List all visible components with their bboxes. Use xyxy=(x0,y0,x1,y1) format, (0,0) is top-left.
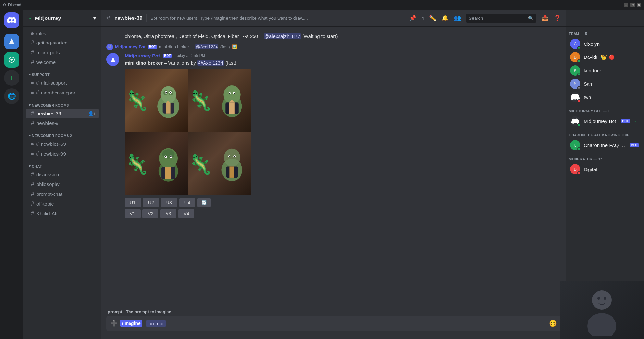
bot-header-badge: BOT xyxy=(148,45,157,49)
content-mention[interactable]: @Axel1234 xyxy=(197,60,224,66)
bot-header-command: mini dino broker xyxy=(159,44,189,49)
channel-item-member-support[interactable]: # member-support xyxy=(26,88,99,97)
category-label: NEWCOMER ROOMS 2 xyxy=(32,134,72,138)
status-dot-kendrick xyxy=(577,73,581,76)
server-icon-openai[interactable] xyxy=(4,52,19,68)
minimize-button[interactable]: ─ xyxy=(624,3,628,7)
message-group-bot: Midjourney Bot BOT Today at 2:55 PM mini… xyxy=(101,52,566,220)
image-grid[interactable] xyxy=(125,69,251,195)
v4-button[interactable]: V4 xyxy=(178,209,194,218)
v1-button[interactable]: V1 xyxy=(125,209,141,218)
category-chat[interactable]: ▾ CHAT xyxy=(23,159,101,170)
u2-button[interactable]: U2 xyxy=(143,198,159,207)
help-icon[interactable]: ❓ xyxy=(554,15,561,22)
message-input-box[interactable]: ➕ /imagine prompt 😊 xyxy=(106,316,561,331)
svg-point-32 xyxy=(224,149,240,167)
channel-name: micro-polls xyxy=(36,50,96,55)
image-cell-1[interactable] xyxy=(125,69,188,132)
titlebar-controls[interactable]: ─ □ ✕ xyxy=(624,3,641,7)
slash-command[interactable]: /imagine xyxy=(120,320,142,327)
member-sam[interactable]: S Sam xyxy=(567,77,643,90)
member-avatar-kendrick: K xyxy=(570,65,580,76)
status-dot-twn xyxy=(577,99,581,103)
channel-name: newbies-39 xyxy=(36,111,86,116)
image-cell-4[interactable] xyxy=(188,132,251,195)
channel-item-rules[interactable]: rules xyxy=(26,30,99,38)
u4-button[interactable]: U4 xyxy=(179,198,195,207)
u3-button[interactable]: U3 xyxy=(161,198,177,207)
bullet-icon xyxy=(31,92,34,94)
member-davidh[interactable]: D DavidH 👑 🔴 xyxy=(567,51,643,64)
u1-button[interactable]: U1 xyxy=(125,198,141,207)
channel-item-trial-support[interactable]: # trial-support xyxy=(26,78,99,88)
close-button[interactable]: ✕ xyxy=(637,3,641,7)
v2-button[interactable]: V2 xyxy=(142,209,158,218)
bot-username[interactable]: Midjourney Bot xyxy=(125,53,160,58)
waiting-status: (Waiting to start) xyxy=(302,33,338,39)
channel-name: off-topic xyxy=(36,201,96,207)
image-cell-2[interactable] xyxy=(188,69,251,132)
channel-item-newbies-9[interactable]: # newbies-9 xyxy=(26,119,99,128)
image-cell-3[interactable] xyxy=(125,132,188,195)
hash-icon: # xyxy=(31,210,34,217)
category-newcomer-rooms-2[interactable]: ▸ NEWCOMER ROOMS 2 xyxy=(23,128,101,139)
bot-mini-avatar: M xyxy=(106,44,113,50)
midjourney-bot-category: MIDJOURNEY BOT — 1 xyxy=(566,104,644,114)
text-cursor xyxy=(167,320,167,326)
plus-icon[interactable]: ➕ xyxy=(110,320,118,327)
channel-item-philosophy[interactable]: # philosophy xyxy=(26,180,99,189)
category-newcomer-rooms[interactable]: ▾ NEWCOMER ROOMS xyxy=(23,98,101,108)
server-icon-sail[interactable] xyxy=(4,34,19,49)
refresh-button[interactable]: 🔄 xyxy=(197,198,211,207)
pin-icon[interactable]: 📌 xyxy=(409,15,416,22)
member-cixelyn[interactable]: C Cixelyn xyxy=(567,37,643,50)
channel-item-newbies-39[interactable]: # newbies-39 👤+ xyxy=(26,109,99,118)
notification-icon[interactable]: 🔔 xyxy=(441,15,449,22)
member-name-digital: Digital xyxy=(584,167,597,172)
maximize-button[interactable]: □ xyxy=(630,3,635,7)
svg-point-23 xyxy=(162,149,174,159)
svg-rect-29 xyxy=(165,167,171,179)
member-charon[interactable]: C Charon the FAQ … BOT xyxy=(567,139,643,152)
server-dropdown-icon[interactable]: ▾ xyxy=(93,15,96,21)
member-kendrick[interactable]: K kendrick xyxy=(567,64,643,77)
category-support[interactable]: ▸ SUPPORT xyxy=(23,67,101,78)
status-dot-davidh xyxy=(577,59,581,63)
bot-header-mention[interactable]: @Axel1234 xyxy=(195,44,218,49)
channel-item-micro-polls[interactable]: # micro-polls xyxy=(26,48,99,57)
hash-icon: # xyxy=(31,59,34,66)
channel-name: getting-started xyxy=(36,40,96,45)
edit-icon[interactable]: ✏️ xyxy=(429,15,436,22)
waiting-mention[interactable]: @alexsajzh_877 xyxy=(264,33,301,39)
member-avatar-sam: S xyxy=(570,79,580,89)
add-server-icon[interactable]: + xyxy=(4,70,19,86)
members-icon[interactable]: 👥 xyxy=(454,15,461,22)
channel-item-partial-user[interactable]: # Khalid-Ab... xyxy=(26,209,99,218)
channel-item-newbies-69[interactable]: # newbies-69 xyxy=(26,139,99,149)
member-midjourney-bot[interactable]: Midjourney Bot BOT ✓ xyxy=(567,115,643,128)
server-header[interactable]: ✓ Midjourney ▾ xyxy=(23,10,101,27)
channel-item-prompt-chat[interactable]: # prompt-chat xyxy=(26,189,99,199)
charon-badge: BOT xyxy=(630,143,639,147)
explore-icon[interactable]: 🌐 xyxy=(4,88,19,104)
channel-item-off-topic[interactable]: # off-topic xyxy=(26,199,99,208)
v3-button[interactable]: V3 xyxy=(160,209,176,218)
member-avatar-davidh: D xyxy=(570,52,580,62)
discord-home-icon[interactable] xyxy=(4,12,19,28)
channel-item-newbies-99[interactable]: # newbies-99 xyxy=(26,149,99,158)
member-twn[interactable]: twn xyxy=(567,91,643,104)
add-user-icon[interactable]: 👤+ xyxy=(88,111,96,116)
search-box[interactable]: Search 🔍 xyxy=(466,14,536,23)
emoji-button[interactable]: 😊 xyxy=(549,320,557,327)
member-avatar-cixelyn: C xyxy=(570,39,580,49)
channel-item-discussion[interactable]: # discussion xyxy=(26,170,99,179)
bullet-icon xyxy=(31,82,34,84)
content-speed: (fast) xyxy=(225,60,236,66)
inbox-icon[interactable]: 📥 xyxy=(541,15,549,22)
channel-item-getting-started[interactable]: # getting-started xyxy=(26,38,99,47)
header-divider xyxy=(146,14,147,22)
channel-item-welcome[interactable]: # welcome xyxy=(26,57,99,67)
member-name-cixelyn: Cixelyn xyxy=(584,41,600,47)
server-name: Midjourney xyxy=(35,15,61,21)
member-digital[interactable]: D Digital xyxy=(567,163,643,176)
